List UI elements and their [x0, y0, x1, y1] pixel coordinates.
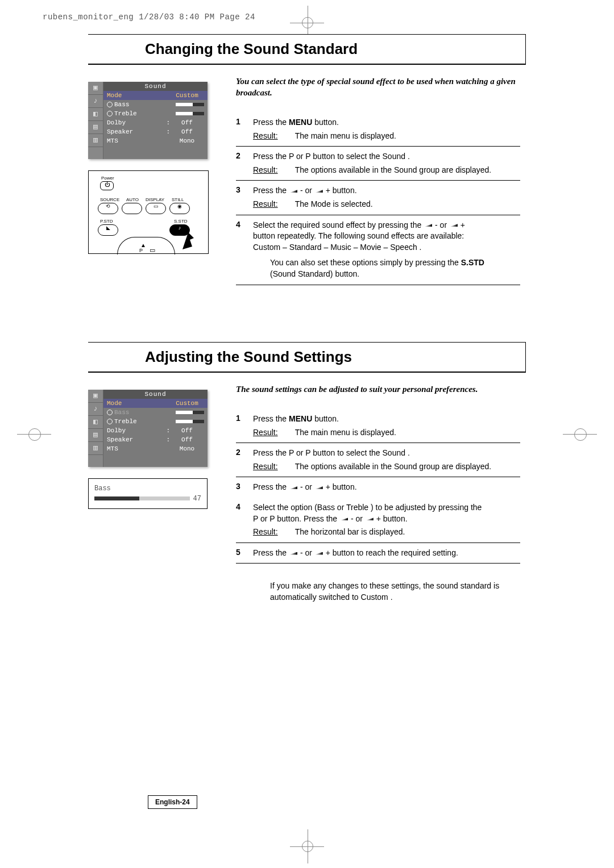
osd-icon: ▥ — [88, 134, 103, 147]
pstd-button-icon: ◣ — [98, 224, 118, 236]
osd-icon: ♪ — [88, 403, 103, 416]
still-button-icon: ◉ — [169, 203, 190, 214]
step-row: 3 Press the - or + button. Result: The M… — [236, 181, 520, 215]
remote-dpad: ▲ P ▭ — [117, 237, 175, 254]
osd-sound-panel-2: ▣ ♪ ◧ ▤ ▥ Sound ModeCustom Bass — [88, 390, 208, 467]
osd-icon: ▣ — [88, 390, 103, 403]
osd-row-bass: Bass — [103, 408, 208, 417]
osd-icon: ▣ — [88, 82, 103, 95]
osd-icon: ▤ — [88, 121, 103, 134]
osd-row-dolby: Dolby:Off — [103, 426, 208, 435]
osd-row-mode: Mode Custom — [103, 91, 208, 100]
osd-row-mode: ModeCustom — [103, 399, 208, 408]
osd-row-speaker: Speaker:Off — [103, 435, 208, 444]
osd-icon: ◧ — [88, 416, 103, 429]
osd-row-bass: Bass — [103, 100, 208, 109]
pointer-hand-icon — [180, 229, 197, 252]
osd-title: Sound — [103, 82, 208, 91]
step-row: 2 Press the P or P button to select the … — [236, 147, 520, 181]
osd-title: Sound — [103, 390, 208, 399]
step-row: 2 Press the P or P button to select the … — [236, 443, 520, 477]
osd-row-mts: MTSMono — [103, 444, 208, 453]
step-row: 1 Press the MENU button. Result: The mai… — [236, 112, 520, 147]
bass-level-panel: Bass 47 — [88, 478, 208, 509]
osd-icon: ▥ — [88, 442, 103, 455]
power-button-icon: ⏻ — [100, 181, 114, 190]
step-row: 1 Press the MENU button. Result: The mai… — [236, 409, 520, 443]
page-number-footer: English-24 — [148, 795, 197, 809]
section1-intro: You can select the type of special sound… — [236, 76, 520, 98]
osd-icon: ◧ — [88, 108, 103, 121]
crop-mark-left — [17, 434, 51, 435]
section2-title: Adjusting the Sound Settings — [88, 343, 525, 372]
osd-icon: ♪ — [88, 95, 103, 108]
auto-button-icon — [122, 203, 142, 214]
osd-sound-panel-1: ▣ ♪ ◧ ▤ ▥ Sound Mode Custom Bass — [88, 82, 208, 159]
osd-icon: ▤ — [88, 429, 103, 442]
osd-row-dolby: Dolby:Off — [103, 118, 208, 127]
osd-row-treble: Treble — [103, 109, 208, 118]
section1-title: Changing the Sound Standard — [88, 35, 525, 64]
step-row: 4 Select the option (Bass or Treble ) to… — [236, 498, 520, 543]
display-button-icon: ▭ — [146, 203, 166, 214]
remote-diagram: Power ⏻ SOURCE AUTO DISPLAY STILL ⟲ ▭ ◉ … — [88, 170, 209, 254]
source-button-icon: ⟲ — [98, 203, 118, 214]
header-stamp: rubens_monitor_eng 1/28/03 8:40 PM Page … — [43, 12, 255, 22]
step-row: 4 Select the required sound effect by pr… — [236, 215, 520, 285]
crop-mark-bottom — [307, 829, 308, 863]
osd-row-speaker: Speaker:Off — [103, 127, 208, 136]
osd-row-mts: MTSMono — [103, 136, 208, 145]
step-row: 3 Press the - or + button. — [236, 477, 520, 498]
crop-mark-right — [563, 434, 597, 435]
osd-row-treble: Treble — [103, 417, 208, 426]
step-row: 5 Press the - or + button to reach the r… — [236, 543, 520, 564]
section2-intro: The sound settings can be adjusted to su… — [236, 384, 520, 395]
section2-final-note: If you make any changes to these setting… — [236, 581, 520, 603]
